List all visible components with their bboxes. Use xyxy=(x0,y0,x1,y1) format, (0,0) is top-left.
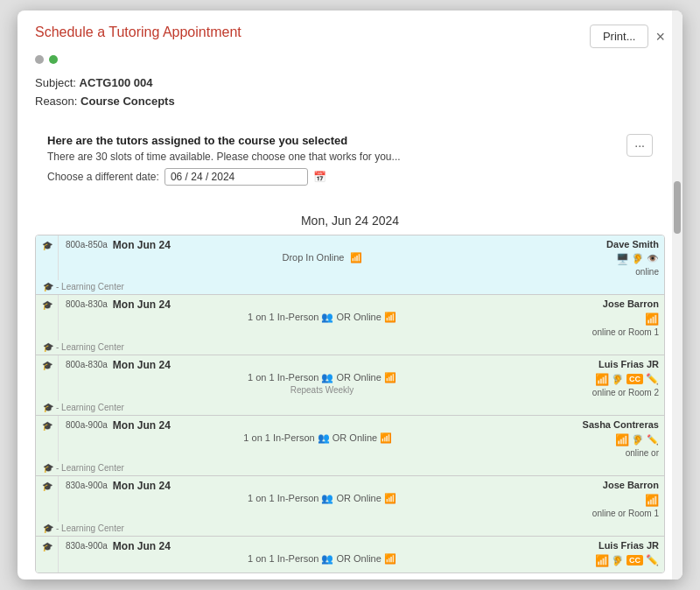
slot-2-main-row: 🎓 800a-830a Mon Jun 24 1 on 1 In-Person … xyxy=(36,295,664,341)
slot-4-icon: 🎓 xyxy=(42,421,52,431)
dot-1 xyxy=(35,55,44,64)
lc-label-2: - Learning Center xyxy=(56,342,124,352)
info-text: Here are the tutors assigned to the cour… xyxy=(47,134,401,186)
slot-1-right: Dave Smith 🖥️ 🦻 👁️ online xyxy=(585,235,664,280)
lc-label-1: - Learning Center xyxy=(56,282,124,291)
slot-1-time: 800a-850a xyxy=(66,240,108,249)
info-box: Here are the tutors assigned to the cour… xyxy=(35,125,665,194)
modal-title: Schedule a Tutoring Appointment xyxy=(35,25,242,40)
slot-6-left: 🎓 xyxy=(36,537,59,572)
slot-1-icon: 🎓 xyxy=(42,241,52,250)
slot-5-time: 830a-900a xyxy=(66,481,108,490)
slot-5-time-row: 830a-900a Mon Jun 24 xyxy=(66,480,578,492)
slot-2[interactable]: 🎓 800a-830a Mon Jun 24 1 on 1 In-Person … xyxy=(36,295,664,355)
slot-6-right: Luis Frias JR 📶 🦻 CC ✏️ xyxy=(585,537,664,572)
progress-dots xyxy=(18,55,682,67)
slot-5-date: Mon Jun 24 xyxy=(113,480,171,492)
info-row: Here are the tutors assigned to the cour… xyxy=(47,134,653,186)
slot-2-icon: 🎓 xyxy=(42,300,52,310)
slot-2-time-row: 800a-830a Mon Jun 24 xyxy=(66,299,578,311)
wifi-icon-3: 📶 xyxy=(595,373,609,386)
slot-6[interactable]: 🎓 830a-900a Mon Jun 24 1 on 1 In-Person … xyxy=(36,537,664,572)
slot-3-repeats: Repeats Weekly xyxy=(66,385,578,395)
slot-4-loc: online or xyxy=(626,448,659,458)
main-content[interactable]: Mon, Jun 24 2024 🎓 800a-850a Mon Jun 24 … xyxy=(18,201,682,579)
lc-label-4: - Learning Center xyxy=(56,463,124,473)
wifi-icon-6: 📶 xyxy=(595,554,609,567)
person-icon-3: ✏️ xyxy=(646,373,659,385)
slot-6-body: 830a-900a Mon Jun 24 1 on 1 In-Person 👥 … xyxy=(59,537,585,572)
subject-info: Subject: ACTG100 004 Reason: Course Conc… xyxy=(18,67,682,118)
slot-3[interactable]: 🎓 800a-830a Mon Jun 24 1 on 1 In-Person … xyxy=(36,355,664,416)
lc-icon-3: 🎓 xyxy=(43,403,53,412)
subject-value: ACTG100 004 xyxy=(80,76,153,89)
more-options-button[interactable]: ··· xyxy=(626,134,653,157)
slot-5[interactable]: 🎓 830a-900a Mon Jun 24 1 on 1 In-Person … xyxy=(36,476,664,537)
person-icon-6: ✏️ xyxy=(646,554,659,566)
slot-5-body: 830a-900a Mon Jun 24 1 on 1 In-Person 👥 … xyxy=(59,476,585,522)
lc-icon-1: 🎓 xyxy=(43,282,53,291)
date-input[interactable] xyxy=(164,168,308,186)
slot-1-desc: Drop In Online 📶 xyxy=(66,252,578,263)
reason-value: Course Concepts xyxy=(80,95,175,108)
modal-header: Schedule a Tutoring Appointment Print...… xyxy=(18,11,682,55)
monitor-icon: 🖥️ xyxy=(616,253,629,265)
slot-5-loc: online or Room 1 xyxy=(592,509,659,518)
slot-6-desc: 1 on 1 In-Person 👥 OR Online 📶 xyxy=(66,553,578,565)
slot-6-main-row: 🎓 830a-900a Mon Jun 24 1 on 1 In-Person … xyxy=(36,537,664,572)
slot-4-main-row: 🎓 800a-900a Mon Jun 24 1 on 1 In-Person … xyxy=(36,416,664,461)
dot-2 xyxy=(49,55,58,64)
slot-3-time-row: 800a-830a Mon Jun 24 xyxy=(66,359,578,371)
ear-icon-4: 🦻 xyxy=(632,434,644,446)
date-heading: Mon, Jun 24 2024 xyxy=(35,214,665,228)
slots-container: 🎓 800a-850a Mon Jun 24 Drop In Online 📶 … xyxy=(35,235,665,573)
slot-1-body: 800a-850a Mon Jun 24 Drop In Online 📶 xyxy=(59,235,585,280)
slot-3-right: Luis Frias JR 📶 🦻 CC ✏️ online or Room 2 xyxy=(585,355,664,401)
slot-1-time-row: 800a-850a Mon Jun 24 xyxy=(66,239,578,251)
slot-5-icons: 📶 xyxy=(645,494,659,507)
wifi-icon-2: 📶 xyxy=(645,313,659,326)
slot-4-time: 800a-900a xyxy=(66,420,108,430)
slot-1-icons: 🖥️ 🦻 👁️ xyxy=(616,253,659,265)
slot-1[interactable]: 🎓 800a-850a Mon Jun 24 Drop In Online 📶 … xyxy=(36,235,664,295)
slot-4[interactable]: 🎓 800a-900a Mon Jun 24 1 on 1 In-Person … xyxy=(36,416,664,476)
date-row: Choose a different date: 📅 xyxy=(47,168,401,186)
reason-line: Reason: Course Concepts xyxy=(35,93,665,111)
slot-2-date: Mon Jun 24 xyxy=(113,299,171,311)
pencil-icon-4: ✏️ xyxy=(647,434,659,446)
slot-5-main-row: 🎓 830a-900a Mon Jun 24 1 on 1 In-Person … xyxy=(36,476,664,522)
slot-4-desc: 1 on 1 In-Person 👥 OR Online 📶 xyxy=(66,432,570,444)
info-box-sub: There are 30 slots of time available. Pl… xyxy=(47,151,401,163)
slot-2-lc: 🎓 - Learning Center xyxy=(36,341,664,355)
slot-4-icons: 📶 🦻 ✏️ xyxy=(615,433,659,446)
slot-3-main-row: 🎓 800a-830a Mon Jun 24 1 on 1 In-Person … xyxy=(36,355,664,401)
wifi-icon-4: 📶 xyxy=(615,433,629,446)
slot-1-loc: online xyxy=(635,267,659,277)
caption-icon-3: CC xyxy=(626,374,643,384)
slot-6-icon: 🎓 xyxy=(42,542,52,551)
print-button[interactable]: Print... xyxy=(590,25,649,48)
scrollbar-track xyxy=(672,11,682,579)
slot-3-body: 800a-830a Mon Jun 24 1 on 1 In-Person 👥 … xyxy=(59,355,585,401)
slot-1-left: 🎓 xyxy=(36,235,59,280)
slot-1-main-row: 🎓 800a-850a Mon Jun 24 Drop In Online 📶 … xyxy=(36,235,664,280)
slot-3-date: Mon Jun 24 xyxy=(113,359,171,371)
slot-6-tutor: Luis Frias JR xyxy=(598,540,659,551)
slot-4-lc: 🎓 - Learning Center xyxy=(36,461,664,475)
slot-5-desc: 1 on 1 In-Person 👥 OR Online 📶 xyxy=(66,493,578,504)
slot-3-lc: 🎓 - Learning Center xyxy=(36,401,664,415)
caption-icon-6: CC xyxy=(626,555,643,565)
slot-3-loc: online or Room 2 xyxy=(592,388,659,397)
slot-5-left: 🎓 xyxy=(36,476,59,522)
calendar-icon[interactable]: 📅 xyxy=(313,171,326,183)
slot-3-desc: 1 on 1 In-Person 👥 OR Online 📶 xyxy=(66,372,578,383)
slot-2-body: 800a-830a Mon Jun 24 1 on 1 In-Person 👥 … xyxy=(59,295,585,341)
ear-icon-3: 🦻 xyxy=(612,374,624,385)
slot-1-tutor: Dave Smith xyxy=(606,239,659,249)
scrollbar-thumb[interactable] xyxy=(674,181,681,234)
slot-3-time: 800a-830a xyxy=(66,360,108,369)
wifi-icon-5: 📶 xyxy=(645,494,659,507)
slot-5-tutor: Jose Barron xyxy=(603,480,659,490)
close-button[interactable]: × xyxy=(655,29,665,45)
slot-6-icons: 📶 🦻 CC ✏️ xyxy=(595,554,659,567)
